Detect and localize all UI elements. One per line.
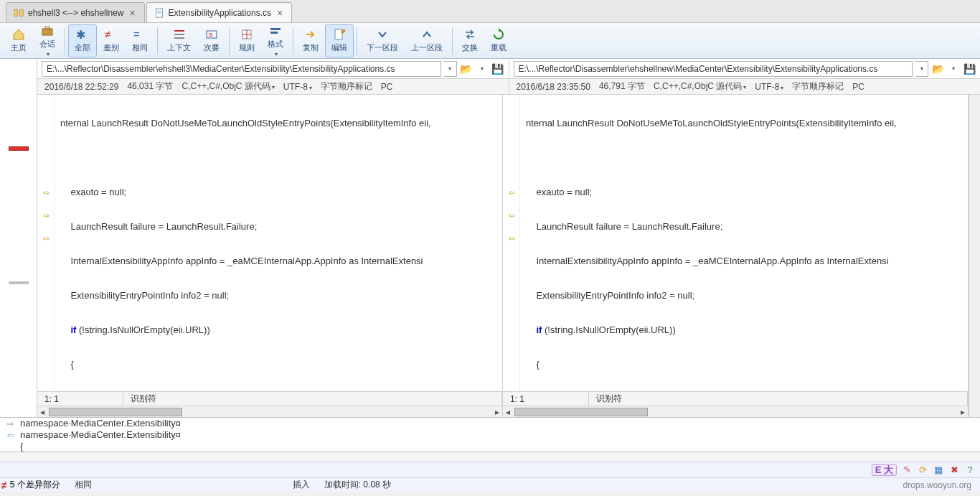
file-bom: 字节顺序标记 (321, 80, 372, 93)
scroll-right-icon[interactable]: ▸ (958, 407, 968, 417)
merge-line: { (20, 441, 23, 452)
right-gutter: ⇦ ⇦ ⇦ (503, 95, 520, 391)
diff-arrow-icon: ⇨ (39, 187, 53, 198)
history-dropdown-icon[interactable]: ▾ (947, 62, 960, 75)
file-size: 46,791 字节 (599, 80, 645, 93)
code-line: exauto = null; (55, 187, 502, 198)
edit-icon (333, 28, 346, 41)
tab-compare[interactable]: ehshell3 <--> ehshellnew × (6, 2, 145, 22)
scroll-thumb[interactable] (514, 408, 648, 416)
tab-label: ehshell3 <--> ehshellnew (28, 8, 123, 18)
path-dropdown-icon[interactable]: ▾ (444, 61, 457, 77)
file-date: 2016/6/18 23:35:50 (517, 82, 590, 92)
thumbnail-strip (0, 59, 37, 79)
compare-icon (14, 8, 24, 18)
token-type: 识别符 (123, 392, 502, 406)
rules-button[interactable]: 规则 (232, 24, 261, 57)
tool-icon[interactable]: ✖ (948, 464, 960, 476)
left-pane: ⇨ ⇨ ⇨ nternal LaunchResult DoNotUseMeToL… (37, 95, 503, 417)
compare-area: ⇨ ⇨ ⇨ nternal LaunchResult DoNotUseMeToL… (0, 95, 980, 417)
context-button[interactable]: 上下文 (161, 24, 197, 57)
branding-badge[interactable]: E 大 (872, 464, 897, 476)
copy-button[interactable]: 复制 (296, 24, 325, 57)
edit-button[interactable]: 编辑 (325, 24, 354, 57)
merge-hscroll[interactable] (0, 451, 980, 462)
open-folder-icon[interactable]: 📂 (460, 62, 473, 75)
left-path-input[interactable]: E:\...\Reflector\Disassembler\ehshell3\M… (42, 61, 441, 77)
separator (229, 27, 230, 55)
open-folder-icon[interactable]: 📂 (931, 62, 944, 75)
left-meta: 2016/6/18 22:52:29 46,031 字节 C,C++,C#,Ob… (37, 79, 509, 95)
left-hscroll[interactable]: ◂ ▸ (37, 406, 502, 417)
left-code[interactable]: ⇨ ⇨ ⇨ nternal LaunchResult DoNotUseMeToL… (37, 95, 502, 391)
merge-right-icon: ⇨ (0, 418, 20, 429)
format-button[interactable]: 格式▾ (261, 24, 290, 57)
same-button[interactable]: =相同 (126, 24, 154, 57)
all-button[interactable]: ✱全部 (68, 24, 97, 57)
close-icon[interactable]: × (128, 7, 136, 19)
nextsection-button[interactable]: 下一区段 (360, 24, 405, 57)
merge-preview[interactable]: ⇨namespace·MediaCenter.Extensibility¤ ⇦n… (0, 417, 980, 451)
svg-rect-13 (270, 28, 281, 30)
format-icon (269, 24, 282, 37)
save-icon[interactable]: 💾 (963, 62, 976, 75)
svg-rect-0 (14, 9, 17, 16)
path-row: E:\...\Reflector\Disassembler\ehshell3\M… (0, 59, 980, 79)
left-statusbar: 1: 1 识别符 (37, 391, 502, 406)
left-path-bar: E:\...\Reflector\Disassembler\ehshell3\M… (37, 59, 509, 79)
diff-button[interactable]: ≠差别 (97, 24, 126, 57)
history-dropdown-icon[interactable]: ▾ (476, 62, 489, 75)
file-platform: PC (852, 82, 864, 92)
down-icon (376, 28, 389, 41)
tool-icon[interactable]: ▦ (933, 464, 944, 476)
up-icon (420, 28, 433, 41)
watermark: drops.wooyun.org (903, 480, 979, 490)
svg-rect-1 (20, 9, 23, 16)
reload-button[interactable]: 重载 (484, 24, 513, 57)
status-mode: 插入 (293, 479, 310, 491)
diff-arrow-icon: ⇦ (504, 187, 519, 198)
swap-button[interactable]: 交换 (456, 24, 484, 57)
code-line: if (!string.IsNullOrEmpty(eii.URL)) (520, 324, 968, 336)
overview-ruler[interactable] (0, 95, 37, 417)
close-icon[interactable]: × (275, 7, 284, 19)
session-button[interactable]: 会话▾ (33, 24, 62, 57)
tab-bar: ehshell3 <--> ehshellnew × Extensibility… (0, 0, 980, 23)
save-icon[interactable]: 💾 (491, 62, 504, 75)
scroll-right-icon[interactable]: ▸ (492, 407, 502, 417)
scroll-left-icon[interactable]: ◂ (503, 407, 513, 417)
svg-rect-7 (174, 30, 184, 32)
home-button[interactable]: 主页 (4, 24, 33, 57)
code-line (520, 152, 968, 164)
scroll-left-icon[interactable]: ◂ (37, 407, 47, 417)
file-lang[interactable]: C,C++,C#,ObjC 源代码▾ (182, 80, 274, 93)
tool-icon[interactable]: ⟳ (917, 464, 928, 476)
status-same: 相同 (75, 479, 92, 491)
help-icon[interactable]: ? (964, 464, 976, 476)
prevsection-button[interactable]: 上一区段 (405, 24, 449, 57)
context-icon (173, 28, 186, 41)
right-path-input[interactable]: E:\...\Reflector\Disassembler\ehshellnew… (514, 61, 913, 77)
svg-rect-14 (270, 32, 278, 34)
notequal-icon: ≠ (1, 479, 7, 491)
file-lang[interactable]: C,C++,C#,ObjC 源代码▾ (654, 80, 746, 93)
scroll-thumb[interactable] (49, 408, 182, 416)
status-loadtime: 加载时间: 0.08 秒 (324, 479, 391, 491)
vscroll[interactable] (969, 95, 980, 417)
file-enc[interactable]: UTF-8▾ (755, 82, 783, 92)
right-hscroll[interactable]: ◂ ▸ (503, 406, 968, 417)
diff-arrow-icon: ⇦ (504, 233, 519, 244)
thumbnail-strip (0, 79, 37, 95)
tab-file[interactable]: ExtensibilityApplications.cs × (146, 2, 293, 22)
notequal-icon: ≠ (105, 28, 118, 41)
code-line: LaunchResult failure = LaunchResult.Fail… (520, 221, 968, 233)
file-date: 2016/6/18 22:52:29 (44, 82, 118, 92)
code-line: { (520, 359, 968, 370)
tool-icon[interactable]: ✎ (901, 464, 913, 476)
file-size: 46,031 字节 (127, 80, 173, 93)
right-code[interactable]: ⇦ ⇦ ⇦ nternal LaunchResult DoNotUseMeToL… (503, 95, 968, 391)
path-dropdown-icon[interactable]: ▾ (915, 61, 928, 77)
file-enc[interactable]: UTF-8▾ (283, 82, 312, 92)
minor-button[interactable]: a次要 (197, 24, 226, 57)
left-gutter: ⇨ ⇨ ⇨ (37, 95, 55, 391)
